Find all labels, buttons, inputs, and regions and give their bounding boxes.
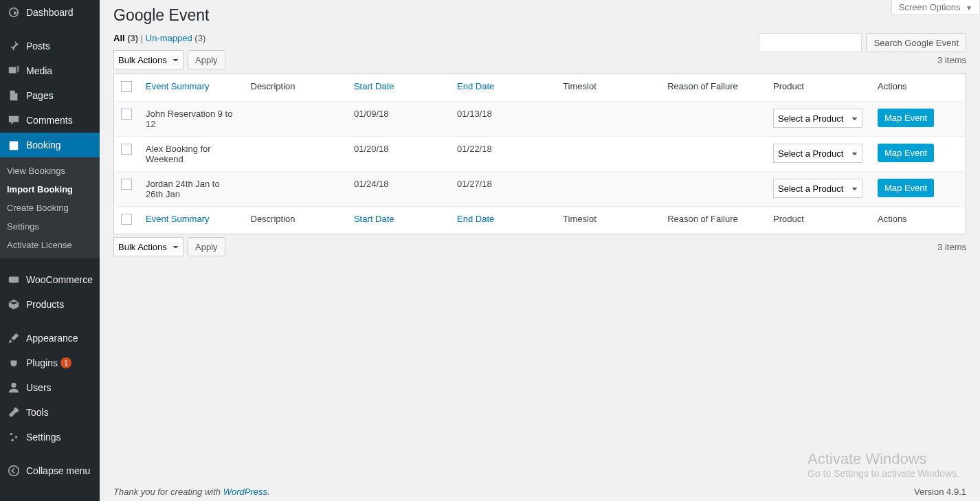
cell-end-date: 01/22/18 xyxy=(450,137,556,172)
map-event-button[interactable]: Map Event xyxy=(878,109,934,127)
select-all-top[interactable] xyxy=(121,81,132,92)
product-select[interactable]: Select a Product xyxy=(773,179,862,198)
cell-start-date: 01/09/18 xyxy=(347,102,450,137)
map-event-button[interactable]: Map Event xyxy=(878,179,934,197)
col-description: Description xyxy=(244,74,347,102)
menu-pages-label: Pages xyxy=(26,90,54,101)
menu-dashboard-label: Dashboard xyxy=(26,7,74,18)
menu-media-label: Media xyxy=(26,65,52,76)
submenu-booking: View Bookings Import Booking Create Book… xyxy=(0,157,100,258)
filter-unmapped[interactable]: Un-mapped xyxy=(146,33,192,43)
menu-woocommerce[interactable]: WooCommerce xyxy=(0,267,100,292)
menu-media[interactable]: Media xyxy=(0,58,100,83)
menu-users[interactable]: Users xyxy=(0,375,100,400)
col-event-summary-foot[interactable]: Event Summary xyxy=(139,207,244,234)
row-checkbox[interactable] xyxy=(121,179,132,190)
menu-products-label: Products xyxy=(26,299,64,310)
submenu-import-booking[interactable]: Import Booking xyxy=(0,180,100,199)
submenu-settings[interactable]: Settings xyxy=(0,217,100,236)
col-end-date-foot[interactable]: End Date xyxy=(450,207,556,234)
submenu-activate-license[interactable]: Activate License xyxy=(0,236,100,254)
product-select[interactable]: Select a Product xyxy=(773,109,862,128)
cell-timeslot xyxy=(556,137,660,172)
menu-products[interactable]: Products xyxy=(0,292,100,317)
cube-icon xyxy=(7,298,21,311)
map-event-button[interactable]: Map Event xyxy=(878,144,934,162)
table-row: Jordan 24th Jan to 26th Jan01/24/1801/27… xyxy=(114,172,966,207)
search-input[interactable] xyxy=(759,33,862,52)
bulk-actions-select-top[interactable]: Bulk Actions xyxy=(113,50,183,69)
sliders-icon xyxy=(7,430,21,444)
submenu-view-bookings[interactable]: View Bookings xyxy=(0,162,100,180)
col-timeslot-foot: Timeslot xyxy=(556,207,660,234)
apply-button-bottom[interactable]: Apply xyxy=(188,237,225,256)
cell-start-date: 01/20/18 xyxy=(347,137,450,172)
filter-all[interactable]: All (3) xyxy=(113,33,138,43)
cell-summary: Alex Booking for Weekend xyxy=(139,137,244,172)
svg-point-4 xyxy=(11,439,14,442)
col-end-date[interactable]: End Date xyxy=(450,74,556,102)
table-row: Alex Booking for Weekend01/20/1801/22/18… xyxy=(114,137,966,172)
admin-sidebar: Dashboard Posts Media Pages Comments Boo… xyxy=(0,0,100,501)
cell-description xyxy=(244,172,347,207)
bulk-actions-select-bottom[interactable]: Bulk Actions xyxy=(113,237,183,256)
tablenav-bottom: Bulk Actions Apply 3 items xyxy=(113,234,966,259)
items-count-top: 3 items xyxy=(937,55,966,65)
col-description-foot: Description xyxy=(244,207,347,234)
cell-summary: John Reservation 9 to 12 xyxy=(139,102,244,137)
search-form: Search Google Event xyxy=(759,33,966,52)
svg-point-3 xyxy=(15,436,18,438)
submenu-create-booking[interactable]: Create Booking xyxy=(0,199,100,217)
col-product: Product xyxy=(766,74,871,102)
product-select[interactable]: Select a Product xyxy=(773,144,862,163)
cell-start-date: 01/24/18 xyxy=(347,172,450,207)
table-row: John Reservation 9 to 1201/09/1801/13/18… xyxy=(114,102,966,137)
footer-thanks: Thank you for creating with xyxy=(113,487,223,497)
cell-end-date: 01/27/18 xyxy=(450,172,556,207)
menu-booking-label: Booking xyxy=(26,140,61,151)
search-button[interactable]: Search Google Event xyxy=(866,33,966,52)
footer-wordpress-link[interactable]: WordPress xyxy=(223,487,267,497)
table-header-row: Event Summary Description Start Date End… xyxy=(114,74,966,102)
apply-button-top[interactable]: Apply xyxy=(188,50,225,69)
screen-options-toggle[interactable]: Screen Options ▼ xyxy=(891,0,980,15)
col-reason-foot: Reason of Failure xyxy=(660,207,766,234)
select-all-bottom[interactable] xyxy=(121,214,132,225)
page-title: Google Event xyxy=(113,0,966,27)
chevron-down-icon: ▼ xyxy=(966,4,972,12)
dashboard-icon xyxy=(7,5,21,19)
collapse-icon xyxy=(7,464,21,478)
media-icon xyxy=(7,64,21,78)
menu-posts[interactable]: Posts xyxy=(0,34,100,58)
menu-appearance[interactable]: Appearance xyxy=(0,326,100,350)
cell-reason xyxy=(660,102,766,137)
menu-plugins[interactable]: Plugins 1 xyxy=(0,350,100,375)
menu-users-label: Users xyxy=(26,382,52,393)
col-start-date-foot[interactable]: Start Date xyxy=(347,207,450,234)
menu-collapse-label: Collapse menu xyxy=(26,465,90,476)
menu-settings[interactable]: Settings xyxy=(0,425,100,449)
cell-timeslot xyxy=(556,172,660,207)
row-checkbox[interactable] xyxy=(121,144,132,155)
col-event-summary[interactable]: Event Summary xyxy=(139,74,244,102)
brush-icon xyxy=(7,331,21,345)
table-footer-row: Event Summary Description Start Date End… xyxy=(114,207,966,234)
user-icon xyxy=(7,381,21,394)
cell-reason xyxy=(660,172,766,207)
menu-dashboard[interactable]: Dashboard xyxy=(0,0,100,25)
plugins-update-badge: 1 xyxy=(60,357,71,368)
row-checkbox[interactable] xyxy=(121,109,132,120)
events-table: Event Summary Description Start Date End… xyxy=(113,74,966,234)
menu-settings-label: Settings xyxy=(26,432,61,443)
menu-pages[interactable]: Pages xyxy=(0,83,100,108)
menu-appearance-label: Appearance xyxy=(26,333,78,344)
plug-icon xyxy=(7,356,21,370)
col-reason: Reason of Failure xyxy=(660,74,766,102)
menu-collapse[interactable]: Collapse menu xyxy=(0,458,100,483)
menu-booking[interactable]: Booking xyxy=(0,133,100,157)
menu-comments[interactable]: Comments xyxy=(0,108,100,133)
screen-options-label: Screen Options xyxy=(899,2,961,12)
menu-tools[interactable]: Tools xyxy=(0,400,100,425)
menu-woocommerce-label: WooCommerce xyxy=(26,274,93,285)
col-start-date[interactable]: Start Date xyxy=(347,74,450,102)
